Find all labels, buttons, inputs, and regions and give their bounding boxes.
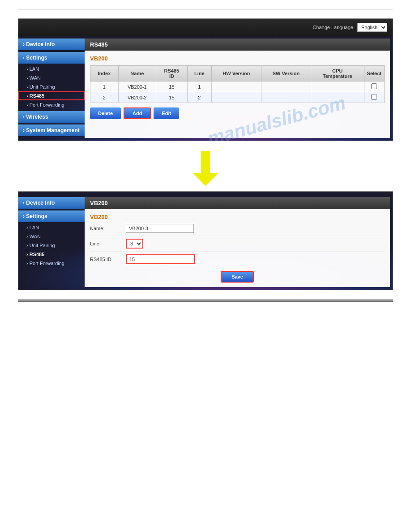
sidebar-item-unit-pairing[interactable]: › Unit Pairing (18, 82, 85, 91)
section-title-2: VB200 (90, 214, 385, 220)
rs485id-input[interactable] (126, 254, 195, 264)
sidebar-section-device: › Device Info (18, 39, 85, 50)
panel-2-body: › Device Info › Settings › LAN › WAN › U… (18, 192, 393, 290)
cell-index: 2 (90, 92, 119, 103)
cell-select (364, 82, 384, 92)
add-button[interactable]: Add (124, 107, 151, 119)
sidebar-2: › Device Info › Settings › LAN › WAN › U… (18, 194, 85, 290)
sidebar2-item-port-forwarding[interactable]: › Port Forwarding (18, 259, 85, 268)
panel-1: Change Language: English › Device Info ›… (18, 18, 393, 141)
sidebar-item-rs485[interactable]: › RS485 (18, 91, 85, 100)
button-row-1: Delete Add Edit (90, 107, 385, 119)
cell-hwversion (211, 82, 261, 92)
sidebar2-item-unit-pairing[interactable]: › Unit Pairing (18, 241, 85, 250)
arrow-shaft (201, 151, 210, 173)
name-label: Name (90, 226, 126, 231)
panel-1-header: Change Language: English (18, 19, 393, 36)
form-row-line: Line 1 2 3 4 (90, 239, 385, 252)
arrow-visual (193, 151, 218, 186)
content-header-1: RS485 (85, 39, 390, 51)
sidebar2-item-lan[interactable]: › LAN (18, 223, 85, 232)
form-row-rs485id: RS485 ID (90, 254, 385, 267)
col-hwversion: HW Version (211, 66, 261, 82)
cell-rs485id: 15 (156, 82, 187, 92)
sidebar-section-settings: › Settings › LAN › WAN › Unit Pairing › … (18, 52, 85, 109)
col-cputemp: CPUTemperature (311, 66, 364, 82)
sidebar-item-wireless[interactable]: › Wireless (18, 111, 85, 123)
cell-rs485id: 15 (156, 92, 187, 103)
sidebar-item-lan[interactable]: › LAN (18, 64, 85, 73)
sidebar2-item-rs485[interactable]: › RS485 (18, 250, 85, 259)
save-button[interactable]: Save (221, 271, 254, 283)
content-body-1: VB200 Index Name RS485ID Line HW Version… (85, 51, 390, 124)
sidebar-item-port-forwarding[interactable]: › Port Forwarding (18, 100, 85, 109)
sidebar2-item-settings[interactable]: › Settings (18, 210, 85, 222)
edit-button[interactable]: Edit (154, 107, 179, 119)
col-line: Line (188, 66, 212, 82)
sidebar-section-wireless: › Wireless (18, 111, 85, 123)
cell-line: 2 (188, 92, 212, 103)
col-name: Name (118, 66, 156, 82)
content-area-1: RS485 VB200 Index Name RS485ID Line HW V… (85, 39, 390, 138)
change-language-label: Change Language: (313, 25, 355, 30)
cell-name: VB200-1 (118, 82, 156, 92)
table-row: 2 VB200-2 15 2 (90, 92, 385, 103)
rs485-table: Index Name RS485ID Line HW Version SW Ve… (90, 65, 385, 103)
col-rs485id: RS485ID (156, 66, 187, 82)
sidebar-section-system: › System Management (18, 124, 85, 136)
content-body-2: VB200 Name Line 1 2 3 4 (85, 209, 390, 287)
rs485id-label: RS485 ID (90, 257, 126, 262)
arrow-indicator (18, 146, 393, 191)
col-select: Select (364, 66, 384, 82)
sidebar2-item-wan[interactable]: › WAN (18, 232, 85, 241)
language-select[interactable]: English (357, 23, 387, 32)
row1-checkbox[interactable] (371, 83, 377, 89)
delete-button[interactable]: Delete (90, 107, 121, 119)
sidebar-item-system-management[interactable]: › System Management (18, 124, 85, 136)
cell-name: VB200-2 (118, 92, 156, 103)
sidebar2-section-device: › Device Info (18, 197, 85, 209)
name-input[interactable] (126, 224, 194, 233)
sidebar2-item-device-info[interactable]: › Device Info (18, 197, 85, 209)
panel-2: › Device Info › Settings › LAN › WAN › U… (18, 191, 393, 290)
sidebar-1: › Device Info › Settings › LAN › WAN › U… (18, 36, 85, 141)
bottom-divider (18, 299, 393, 302)
arrow-head (193, 173, 218, 186)
content-header-2: VB200 (85, 197, 390, 209)
form-row-name: Name (90, 224, 385, 236)
cell-cputemp (311, 92, 364, 103)
top-divider (18, 9, 393, 9)
cell-line: 1 (188, 82, 212, 92)
col-index: Index (90, 66, 119, 82)
cell-swversion (261, 82, 311, 92)
panel-1-body: › Device Info › Settings › LAN › WAN › U… (18, 36, 393, 141)
sidebar2-section-settings: › Settings › LAN › WAN › Unit Pairing › … (18, 210, 85, 268)
cell-hwversion (211, 92, 261, 103)
sidebar-item-wan[interactable]: › WAN (18, 73, 85, 82)
col-swversion: SW Version (261, 66, 311, 82)
row2-checkbox[interactable] (371, 94, 377, 100)
save-button-row: Save (90, 271, 385, 283)
line-select[interactable]: 1 2 3 4 (126, 239, 143, 249)
section-title-1: VB200 (90, 55, 385, 62)
content-area-2: VB200 VB200 Name Line 1 2 3 4 (85, 197, 390, 287)
cell-index: 1 (90, 82, 119, 92)
line-label: Line (90, 241, 126, 246)
cell-cputemp (311, 82, 364, 92)
table-row: 1 VB200-1 15 1 (90, 82, 385, 92)
cell-select (364, 92, 384, 103)
cell-swversion (261, 92, 311, 103)
sidebar-item-device-info[interactable]: › Device Info (18, 39, 85, 50)
sidebar-item-settings[interactable]: › Settings (18, 52, 85, 64)
